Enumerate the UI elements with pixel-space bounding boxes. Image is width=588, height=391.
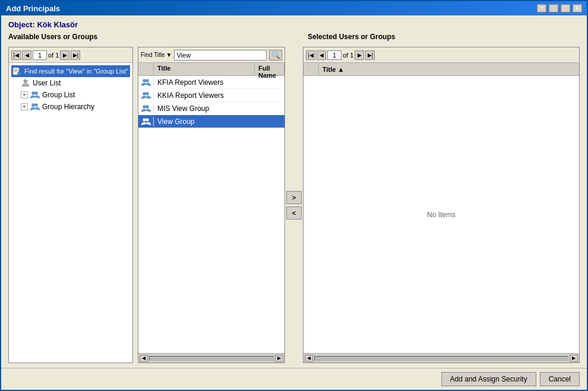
tree-item-label-search: Find result for "View" in "Group List" xyxy=(24,68,128,75)
svg-point-11 xyxy=(143,79,146,82)
tree-item-group-list[interactable]: + Group List xyxy=(20,89,130,101)
tree-item-label-group-list: Group List xyxy=(42,91,75,99)
remove-from-selected-button[interactable]: < xyxy=(286,206,302,220)
tree-item-label-group-hierarchy: Group Hierarchy xyxy=(42,103,94,111)
svg-point-17 xyxy=(143,118,146,121)
search-button[interactable]: 🔍 xyxy=(269,50,282,61)
sel-scrollbar-horizontal[interactable]: ◀ ▶ xyxy=(304,353,579,363)
selected-list-pane: |◀ ◀ 1 of 1 ▶ ▶| Title ▲ No It xyxy=(303,47,580,363)
group-list-icon xyxy=(30,90,40,100)
mid-buttons: > < xyxy=(285,47,303,363)
row-3-title: MIS View Group xyxy=(154,103,255,114)
dialog-body: Object: Kök Klasör Available Users or Gr… xyxy=(1,15,587,368)
find-dropdown-arrow[interactable]: ▼ xyxy=(166,52,172,58)
add-principals-window: Add Principals ? _ □ ✕ Object: Kök Klasö… xyxy=(0,0,588,391)
svg-point-15 xyxy=(143,105,146,108)
tree-next-btn[interactable]: ▶ xyxy=(60,50,69,60)
maximize-button[interactable]: □ xyxy=(561,4,570,12)
title-bar-controls: ? _ □ ✕ xyxy=(537,4,582,12)
user-list-icon xyxy=(21,78,30,88)
row-icon-1 xyxy=(138,78,154,87)
list-row[interactable]: MIS View Group xyxy=(138,102,284,115)
add-to-selected-button[interactable]: > xyxy=(286,191,302,204)
sel-header-icon-col xyxy=(304,63,319,75)
tree-last-btn[interactable]: ▶| xyxy=(71,50,80,60)
scroll-left-btn[interactable]: ◀ xyxy=(140,355,148,362)
list-header: Title Full Name xyxy=(138,63,284,76)
tree-page-of: of 1 xyxy=(48,52,59,59)
available-panel-label: Available Users or Groups xyxy=(8,33,280,41)
tree-content: Find result for "View" in "Group List" xyxy=(9,63,132,363)
list-header-icon-col xyxy=(138,63,154,75)
row-2-fullname xyxy=(255,94,284,97)
tree-prev-btn[interactable]: ◀ xyxy=(22,50,31,60)
fullname-column-header[interactable]: Full Name xyxy=(255,63,284,75)
window-title: Add Principals xyxy=(6,4,60,13)
selected-toolbar: |◀ ◀ 1 of 1 ▶ ▶| xyxy=(304,47,579,63)
find-label-text: Find Title xyxy=(141,52,165,58)
svg-point-14 xyxy=(146,92,148,95)
row-icon-2 xyxy=(138,91,154,100)
sel-scroll-right-btn[interactable]: ▶ xyxy=(570,355,578,362)
find-input[interactable] xyxy=(174,50,267,61)
list-pane: Find Title ▼ 🔍 Title Full Name xyxy=(138,47,285,363)
list-body: KFIA Report Viewers xyxy=(138,76,284,353)
add-assign-security-button[interactable]: Add and Assign Security xyxy=(441,372,536,386)
row-1-title: KFIA Report Viewers xyxy=(154,77,255,88)
sel-prev-btn[interactable]: ◀ xyxy=(317,50,326,60)
svg-point-7 xyxy=(32,92,35,95)
selected-list-header: Title ▲ xyxy=(304,63,579,76)
svg-point-12 xyxy=(146,79,148,82)
list-row[interactable]: KFIA Report Viewers xyxy=(138,76,284,89)
scroll-track[interactable] xyxy=(149,356,274,361)
list-row-selected[interactable]: View Group xyxy=(138,115,284,128)
list-row[interactable]: KKIA Report Viewers xyxy=(138,89,284,102)
sel-last-btn[interactable]: ▶| xyxy=(365,50,375,60)
selected-title-col-label: Title xyxy=(323,66,336,73)
right-panel: |◀ ◀ 1 of 1 ▶ ▶| Title ▲ No It xyxy=(303,47,580,363)
tree-page-input[interactable]: 1 xyxy=(33,50,47,60)
row-1-fullname xyxy=(255,81,284,84)
cancel-button[interactable]: Cancel xyxy=(540,372,580,386)
minimize-button[interactable]: _ xyxy=(549,4,558,12)
scroll-right-btn[interactable]: ▶ xyxy=(275,355,283,362)
bottom-bar: Add and Assign Security Cancel xyxy=(1,368,587,390)
tree-item-group-hierarchy[interactable]: + Group Hierarchy xyxy=(20,101,130,113)
row-3-fullname xyxy=(255,107,284,110)
tree-first-btn[interactable]: |◀ xyxy=(11,50,21,60)
sel-next-btn[interactable]: ▶ xyxy=(355,50,364,60)
title-bar: Add Principals ? _ □ ✕ xyxy=(1,1,587,15)
list-scrollbar-horizontal[interactable]: ◀ ▶ xyxy=(138,353,284,363)
sel-page-of: of 1 xyxy=(343,52,353,59)
group-hierarchy-icon xyxy=(30,102,40,112)
svg-point-10 xyxy=(35,104,38,107)
svg-point-13 xyxy=(143,92,146,95)
selected-panel-label: Selected Users or Groups xyxy=(308,33,580,41)
selected-title-col-header[interactable]: Title ▲ xyxy=(319,63,347,75)
group-list-expand[interactable]: + xyxy=(21,91,28,98)
svg-point-18 xyxy=(146,118,148,121)
title-column-header[interactable]: Title xyxy=(154,63,255,75)
svg-point-16 xyxy=(146,105,148,108)
svg-point-9 xyxy=(32,104,35,107)
row-4-title: View Group xyxy=(154,116,255,127)
help-button[interactable]: ? xyxy=(537,4,546,12)
row-4-fullname xyxy=(255,120,284,123)
row-2-title: KKIA Report Viewers xyxy=(154,90,255,101)
sel-scroll-track[interactable] xyxy=(314,356,568,361)
row-icon-4 xyxy=(138,117,154,126)
sel-page-input[interactable]: 1 xyxy=(327,50,342,60)
sel-scroll-left-btn[interactable]: ◀ xyxy=(305,355,313,362)
tree-item-search-result[interactable]: Find result for "View" in "Group List" xyxy=(11,65,130,77)
left-panel: |◀ ◀ 1 of 1 ▶ ▶| xyxy=(8,47,285,363)
tree-item-label-user-list: User List xyxy=(33,79,61,87)
sel-first-btn[interactable]: |◀ xyxy=(306,50,315,60)
close-button[interactable]: ✕ xyxy=(573,4,582,12)
find-title-dropdown[interactable]: Find Title ▼ xyxy=(141,52,172,58)
row-icon-3 xyxy=(138,104,154,113)
group-hierarchy-expand[interactable]: + xyxy=(21,103,28,110)
no-items-text: No Items xyxy=(304,76,579,353)
sort-indicator: ▲ xyxy=(337,66,344,73)
tree-item-user-list[interactable]: User List xyxy=(20,77,130,89)
svg-point-6 xyxy=(24,80,27,83)
